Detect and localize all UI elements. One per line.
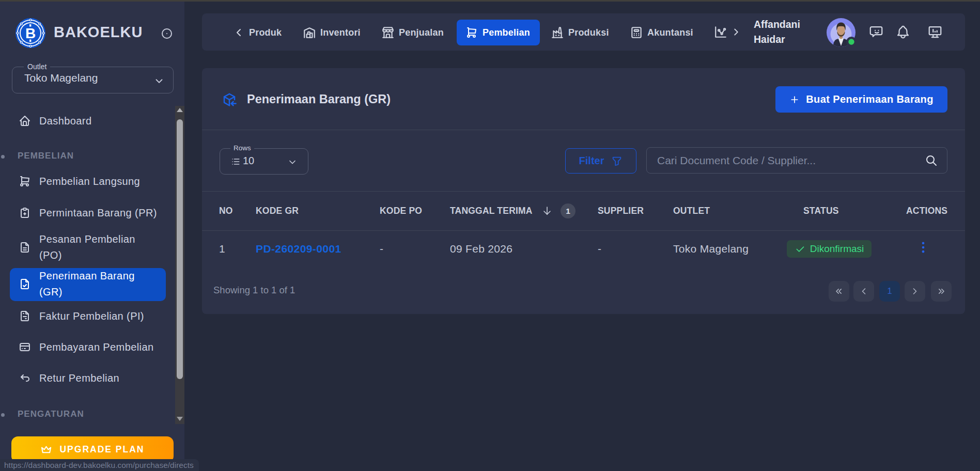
svg-text:B: B <box>25 25 36 41</box>
